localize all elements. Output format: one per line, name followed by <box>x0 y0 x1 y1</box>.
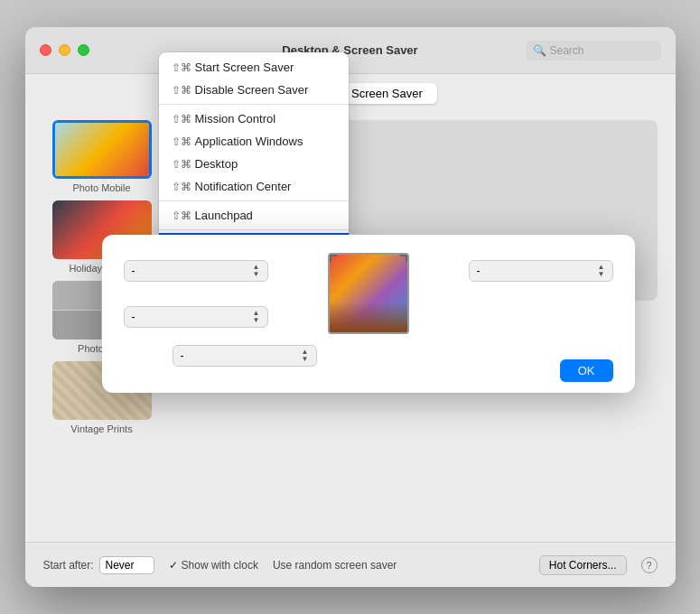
checkmark-icon: ✓ <box>169 559 178 572</box>
menu-item-disable-screen-saver[interactable]: ⇧⌘ Disable Screen Saver <box>159 79 349 101</box>
select-value: - <box>132 265 135 277</box>
select-value: - <box>477 265 481 277</box>
random-screensaver-label: Use random screen saver <box>273 559 397 572</box>
start-after-section: Start after: Never <box>43 556 154 574</box>
tab-screensaver[interactable]: Screen Saver <box>337 83 437 104</box>
hot-corner-top-right-select[interactable]: - ▲▼ <box>469 260 613 282</box>
corner-bottom-left <box>330 325 337 332</box>
menu-item-label: Start Screen Saver <box>195 60 294 74</box>
ok-button[interactable]: OK <box>560 359 613 382</box>
main-window: Desktop & Screen Saver 🔍 Search Desktop … <box>25 27 676 587</box>
kbd-icon: ⇧⌘ <box>172 158 191 171</box>
menu-item-label: Desktop <box>195 157 238 171</box>
kbd-icon: ⇧⌘ <box>172 209 191 222</box>
kbd-icon: ⇧⌘ <box>172 84 191 97</box>
show-clock-section: ✓ Show with clock <box>169 559 258 572</box>
screen-saver-preview <box>330 255 407 332</box>
show-clock-label: Show with clock <box>182 559 258 572</box>
menu-item-label: Launchpad <box>195 209 253 222</box>
bottom-bar: Start after: Never ✓ Show with clock Use… <box>25 542 676 587</box>
title-bar: Desktop & Screen Saver 🔍 Search <box>25 27 676 74</box>
corner-top-left <box>330 255 337 262</box>
menu-item-desktop[interactable]: ⇧⌘ Desktop <box>159 153 349 175</box>
hot-corner-top-left-select[interactable]: - ▲▼ <box>124 260 268 282</box>
search-label: Search <box>550 44 584 57</box>
hot-corner-bottom-right-select[interactable]: - ▲▼ <box>173 345 317 367</box>
stepper-arrows[interactable]: ▲▼ <box>302 349 309 363</box>
thumb-label-vintage-prints: Vintage Prints <box>70 423 132 434</box>
select-value: - <box>181 349 184 362</box>
stepper-arrows[interactable]: ▲▼ <box>598 264 605 278</box>
thumbnail-photo-mobile[interactable] <box>52 120 152 179</box>
menu-item-label: Disable Screen Saver <box>195 83 309 97</box>
kbd-icon: ⇧⌘ <box>172 135 191 148</box>
start-after-label: Start after: <box>43 559 94 572</box>
minimize-button[interactable] <box>59 44 70 56</box>
menu-item-notification-center[interactable]: ⇧⌘ Notification Center <box>159 175 349 198</box>
dialog-preview-image <box>328 253 409 334</box>
menu-item-launchpad[interactable]: ⇧⌘ Launchpad <box>159 204 349 227</box>
help-button[interactable]: ? <box>641 557 658 573</box>
menu-item-label: Application Windows <box>195 135 303 148</box>
traffic-lights <box>40 44 89 56</box>
hot-corner-bottom-left-select[interactable]: - ▲▼ <box>124 306 268 328</box>
corner-bottom-right <box>400 325 407 332</box>
menu-item-application-windows[interactable]: ⇧⌘ Application Windows <box>159 130 349 153</box>
stepper-arrows[interactable]: ▲▼ <box>253 264 260 278</box>
start-after-select[interactable]: Never <box>99 556 154 574</box>
corner-top-right <box>400 255 407 262</box>
kbd-icon: ⇧⌘ <box>172 113 191 126</box>
menu-item-label: Notification Center <box>195 180 292 193</box>
stepper-arrows[interactable]: ▲▼ <box>253 310 260 324</box>
select-value: - <box>132 311 135 323</box>
hot-corners-dialog: - ▲▼ - ▲▼ <box>102 235 635 393</box>
menu-item-start-screen-saver[interactable]: ⇧⌘ Start Screen Saver <box>159 56 349 79</box>
dialog-grid: - ▲▼ - ▲▼ <box>124 253 613 352</box>
hot-corners-button[interactable]: Hot Corners... <box>539 555 627 575</box>
list-item[interactable]: Photo Mobile <box>43 120 161 193</box>
kbd-icon: ⇧⌘ <box>172 61 191 74</box>
search-icon: 🔍 <box>533 44 546 57</box>
close-button[interactable] <box>40 44 51 56</box>
thumb-label-photo-mobile: Photo Mobile <box>72 182 130 193</box>
menu-item-mission-control[interactable]: ⇧⌘ Mission Control <box>159 107 349 130</box>
search-bar[interactable]: 🔍 Search <box>526 41 661 60</box>
tabs-area: Desktop Screen Saver <box>25 74 676 111</box>
maximize-button[interactable] <box>78 44 89 56</box>
menu-item-label: Mission Control <box>195 112 276 126</box>
kbd-icon: ⇧⌘ <box>172 181 191 193</box>
